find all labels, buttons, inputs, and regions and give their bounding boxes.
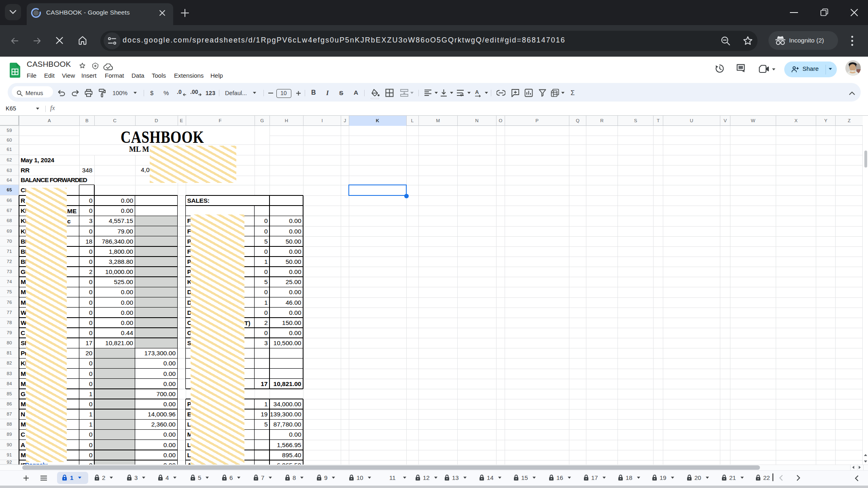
svg-text:A: A [475, 89, 479, 95]
